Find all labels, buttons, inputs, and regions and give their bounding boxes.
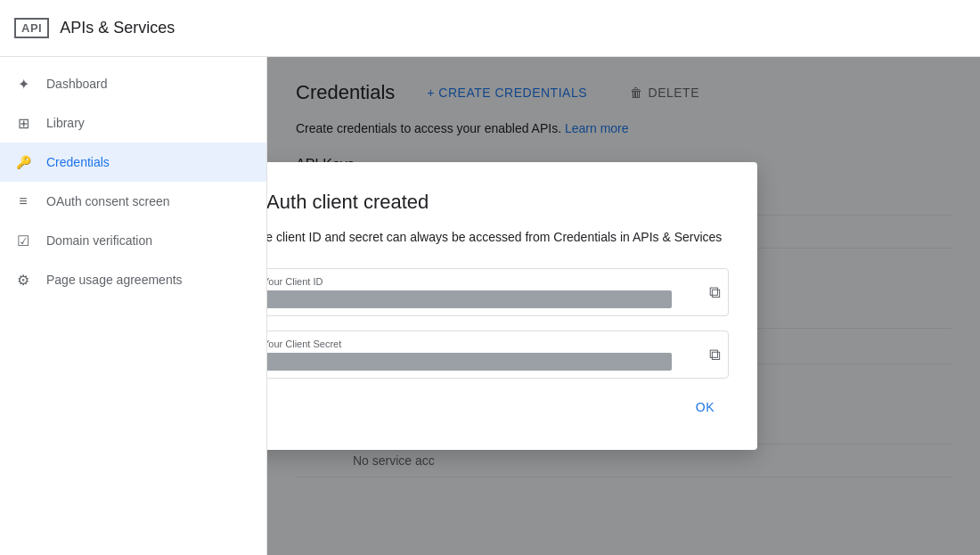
page-icon [14,271,32,289]
app-container: API APIs & Services Dashboard Library Cr… [0,0,980,555]
dialog-overlay: OAuth client created The client ID and s… [267,57,980,555]
main-content: Dashboard Library Credentials OAuth cons… [0,57,980,555]
oauth-icon [14,192,32,210]
sidebar-item-domain-verification[interactable]: Domain verification [0,221,266,260]
app-title: APIs & Services [60,19,175,37]
copy-client-secret-button[interactable]: ⧉ [709,346,721,364]
content-area: Credentials + CREATE CREDENTIALS 🗑 DELET… [267,57,980,555]
client-id-value [267,290,672,308]
dialog-description: The client ID and secret can always be a… [267,228,729,247]
ok-button[interactable]: OK [682,393,729,421]
copy-client-id-icon: ⧉ [709,283,721,301]
domain-icon [14,232,32,249]
sidebar-label-page: Page usage agreements [46,273,183,287]
client-secret-value [267,353,672,371]
sidebar-item-page-usage[interactable]: Page usage agreements [0,260,266,299]
sidebar-label-dashboard: Dashboard [46,77,108,91]
api-logo: API [14,18,49,38]
sidebar-label-library: Library [46,116,85,130]
sidebar-item-oauth-consent[interactable]: OAuth consent screen [0,182,266,221]
oauth-created-dialog: OAuth client created The client ID and s… [267,162,757,450]
client-secret-label: Your Client Secret [267,339,717,349]
sidebar-item-library[interactable]: Library [0,103,266,143]
sidebar-label-domain: Domain verification [46,233,152,248]
sidebar-item-dashboard[interactable]: Dashboard [0,64,266,103]
sidebar-label-oauth: OAuth consent screen [46,194,170,208]
dialog-title: OAuth client created [267,191,729,214]
dialog-actions: OK [267,393,729,421]
copy-client-secret-icon: ⧉ [709,346,721,363]
key-icon [14,153,32,171]
sidebar-item-credentials[interactable]: Credentials [0,143,266,182]
copy-client-id-button[interactable]: ⧉ [709,283,721,302]
api-logo-text: API [21,21,42,35]
sidebar: Dashboard Library Credentials OAuth cons… [0,57,267,555]
client-secret-field-group: Your Client Secret ⧉ [267,331,729,379]
dashboard-icon [14,75,32,93]
library-icon [14,114,32,132]
top-bar: API APIs & Services [0,0,980,57]
client-id-label: Your Client ID [267,276,717,287]
sidebar-label-credentials: Credentials [46,155,110,169]
client-id-field-group: Your Client ID ⧉ [267,268,729,316]
